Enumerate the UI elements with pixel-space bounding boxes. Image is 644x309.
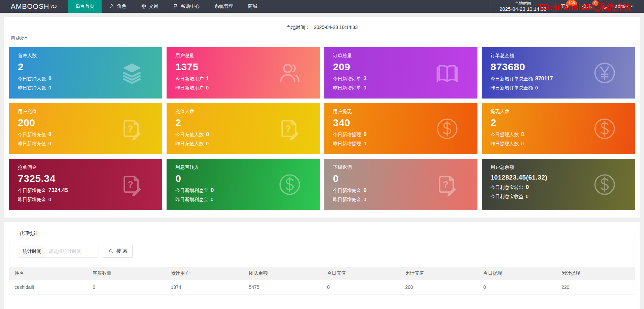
stat-card-line: 昨日新增充值0 [18,141,153,147]
table-header-cell: 累计充值 [400,267,478,280]
nav-withdraw-label: 提现 [582,3,592,9]
stat-card-line-label: 昨日新增利息宝 [175,197,208,202]
nav-item-3[interactable]: 帮助中心 [166,0,207,13]
stat-card-title: 用户提现 [333,109,469,115]
recharge-count-badge: 186 [566,0,577,6]
users-icon [278,61,302,85]
agent-table: 姓名客服数量累计用户团队余额今日充值累计充值今日提现累计提现 ceshidail… [9,267,635,295]
stat-card-title: 订单总金额 [491,53,626,59]
app-logo[interactable]: AMBOOSH V10 [0,0,68,13]
top-navbar: AMBOOSH V10 后台首页角色交易帮助中心系统管理商城 当地时间 2025… [0,0,644,13]
nav-item-2[interactable]: 交易 [134,0,166,13]
main-content: 当地时间： 2025-04-23 10:14:33 商城统计 首冲人数2今日首冲… [0,13,644,309]
agent-stats-panel: 代理统计 统计时间 搜 索 姓名客服数量累计用户团队余额今日充值累计充值今日提现… [4,222,640,309]
stat-card-line: 昨日提现人数0 [491,141,626,147]
nav-item-4[interactable]: 系统管理 [207,0,241,13]
stat-card-line-value: 0 [535,85,538,90]
stat-card-line-value: 0 [48,85,51,90]
stat-card-line-label: 今日充值人数 [175,132,204,137]
table-header-cell: 累计用户 [166,267,244,280]
stat-card-7: 提现人数2今日提现人数0昨日提现人数0 [482,103,635,154]
table-header-cell: 今日提现 [478,267,557,280]
search-button[interactable]: 搜 索 [103,245,133,258]
stat-card-line-label: 昨日新增提现 [333,141,361,146]
username: admin [615,4,628,9]
stat-card-line-label: 今日新增利息宝 [175,188,208,193]
yen-icon [593,61,617,85]
nav-item-label: 角色 [117,3,126,9]
table-cell: 0 [87,280,166,295]
stat-card-line-value: 0 [206,141,209,146]
stat-card-title: 抢单佣金 [18,164,153,170]
stat-card-line-label: 今日新增佣金 [18,188,46,193]
local-time-block: 当地时间 2025-04-23 10:14:33 [491,0,556,13]
search-icon [108,248,114,254]
stat-card-line: 昨日新增订单总金额0 [491,85,626,91]
nav-item-0[interactable]: 后台首页 [68,0,102,13]
nav-item-label: 帮助中心 [181,3,200,9]
stat-card-line-label: 昨日新增佣金 [333,197,361,202]
table-header-cell: 团队余额 [244,267,322,280]
stat-card-8: 抢单佣金7325.34今日新增佣金7324.45昨日新增佣金0? [9,159,162,210]
dollar-icon [593,117,617,141]
stat-card-title: 充值人数 [175,109,311,115]
stat-card-line-label: 昨日充值人数 [175,141,204,146]
layers-icon [120,61,144,85]
nav-recharge[interactable]: 充值 186 [556,0,577,13]
svg-text:?: ? [128,179,133,190]
stat-card-line-label: 今日新增充值 [18,132,46,137]
stat-card-10: 下级返佣0今日新增佣金0昨日新增佣金0? [324,159,477,210]
local-time-value: 2025-04-23 10:14:33 [500,6,546,12]
stat-card-title: 下级返佣 [333,164,469,170]
stat-card-line-value: 7324.45 [48,187,68,193]
stat-card-line-value: 0 [526,194,529,199]
agent-filter-row: 统计时间 搜 索 [19,245,635,258]
table-cell: 1374 [166,280,244,295]
table-header-cell: 累计提现 [557,267,635,280]
user-menu[interactable]: admin [611,0,644,13]
doc-edit-icon: ? [435,172,459,197]
table-header-row: 姓名客服数量累计用户团队余额今日充值累计充值今日提现累计提现 [9,267,635,280]
stat-card-line-value: 0 [48,131,51,137]
stat-card-line-label: 昨日新增用户 [175,85,204,90]
table-cell: 0 [322,280,400,295]
stat-card-line-label: 今日新增用户 [175,76,204,81]
stat-card-2: 订单总量209今日新增订单3昨日新增订单0 [324,47,477,99]
stat-card-title: 用户总余额 [491,164,626,170]
nav-item-5[interactable]: 商城 [241,0,265,13]
table-cell: 0 [478,280,557,295]
stat-card-line: 昨日新增利息宝0 [175,197,311,203]
stat-card-line: 昨日首冲人数0 [18,85,153,91]
stat-card-line-value: 0 [48,197,51,202]
stat-card-title: 提现人数 [491,109,626,115]
nav-item-label: 系统管理 [214,3,233,9]
stat-card-line-value: 870117 [535,76,553,81]
navbar-right: 当地时间 2025-04-23 10:14:33 充值 186 提现 0 adm… [491,0,644,13]
nav-withdraw[interactable]: 提现 0 [577,0,599,13]
stat-card-line-value: 0 [211,197,213,202]
local-time-label: 当地时间 [500,1,546,6]
stat-card-line-label: 昨日新增订单 [333,85,361,90]
doc-edit-icon: ? [120,172,144,197]
stat-card-9: 利息宝转入0今日新增利息宝0昨日新增利息宝0 [167,159,320,210]
stat-card-line-label: 今日提现人数 [491,132,519,137]
panel-time-value: 2025-04-23 10:14:33 [314,25,358,30]
stat-card-line-value: 0 [364,131,367,137]
stat-cards-grid: 首冲人数2今日首冲人数0昨日首冲人数0用户总量1375今日新增用户1昨日新增用户… [9,47,635,210]
stat-card-line-value: 0 [364,197,366,202]
stat-card-line-value: 0 [206,85,209,90]
panel-time-label: 当地时间： [286,25,310,30]
stat-card-line: 昨日新增佣金0 [333,197,469,203]
table-header-cell: 今日充值 [322,267,400,280]
stat-card-line-value: 0 [48,141,51,146]
stat-card-line: 昨日新增佣金0 [18,197,153,203]
stat-card-title: 用户总量 [175,53,311,59]
moon-icon[interactable] [599,0,611,13]
stat-card-title: 用户充值 [18,109,153,115]
nav-item-label: 交易 [149,3,158,9]
scales-icon [141,4,146,9]
stat-time-input[interactable] [45,245,99,258]
nav-item-1[interactable]: 角色 [102,0,134,13]
stat-card-line-label: 今日新增订单总金额 [491,76,533,81]
stat-card-line-label: 昨日新增佣金 [18,197,46,202]
